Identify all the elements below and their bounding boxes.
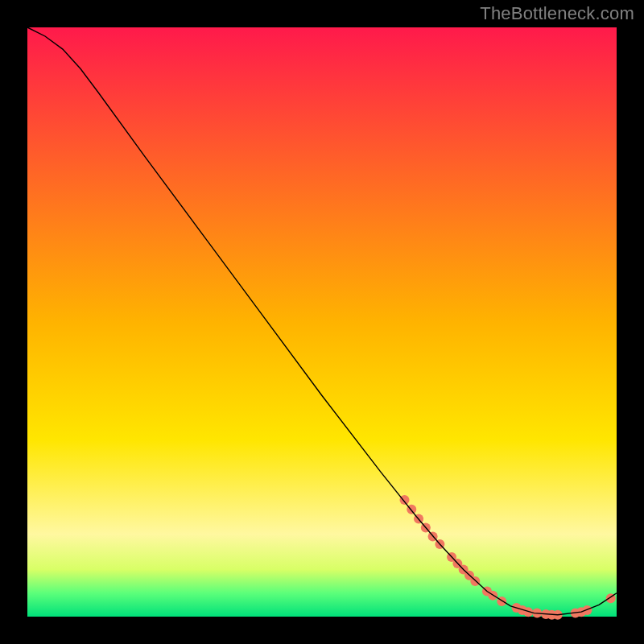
data-marker xyxy=(399,495,409,505)
curve-path xyxy=(27,27,617,615)
watermark-text: TheBottleneck.com xyxy=(480,3,634,24)
chart-frame: TheBottleneck.com xyxy=(0,0,644,644)
data-markers xyxy=(399,495,615,620)
plot-area xyxy=(27,27,617,617)
curve-layer xyxy=(27,27,617,617)
